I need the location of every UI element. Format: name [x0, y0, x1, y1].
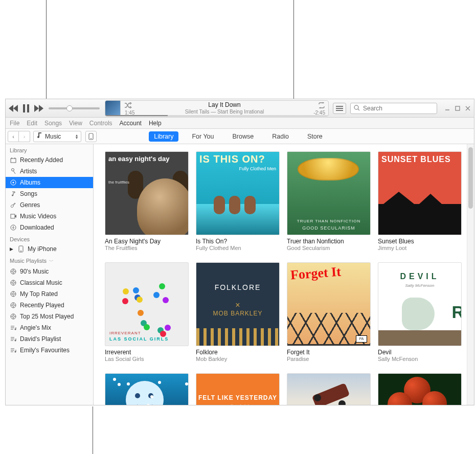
- tab-browse[interactable]: Browse: [228, 131, 259, 142]
- menu-file[interactable]: File: [10, 120, 19, 127]
- sidebar-item-music-videos[interactable]: Music Videos: [6, 211, 93, 222]
- disclosure-triangle-icon[interactable]: ▶: [10, 246, 13, 252]
- album-tile[interactable]: Forget ItPAForget ItParadise: [287, 262, 371, 362]
- search-input[interactable]: [363, 105, 434, 112]
- progress-bar[interactable]: [105, 115, 328, 116]
- sidebar-playlists-header[interactable]: Music Playlists ﹀: [6, 255, 93, 266]
- chevron-updown-icon: ▴▾: [76, 134, 78, 139]
- sidebar-item-label: Artists: [20, 168, 37, 175]
- sidebar-item-label: Music Videos: [20, 213, 56, 220]
- album-tile[interactable]: IRREVERANTLAS SOCIAL GIRLSIrreverentLas …: [105, 262, 189, 362]
- album-tile[interactable]: [287, 373, 371, 405]
- album-tile[interactable]: FELT LIKE YESTERDAYscattered state: [196, 373, 280, 405]
- device-button[interactable]: [85, 131, 97, 142]
- album-tile[interactable]: DEVILSally McFensonRDevilSally McFenson: [378, 262, 462, 362]
- menu-help[interactable]: Help: [149, 120, 162, 127]
- tab-library[interactable]: Library: [149, 131, 178, 142]
- albums-icon: [10, 179, 17, 186]
- menu-view[interactable]: View: [69, 120, 82, 127]
- previous-button[interactable]: [9, 105, 18, 112]
- sidebar-playlist-item[interactable]: Top 25 Most Played: [6, 311, 93, 322]
- albums-grid-scroll[interactable]: an easy night's dayAn Easy Night's DayTh…: [94, 144, 467, 405]
- pause-button[interactable]: [23, 104, 29, 112]
- sidebar-playlist-item[interactable]: Recently Played: [6, 300, 93, 311]
- volume-slider[interactable]: [49, 107, 100, 109]
- tab-radio[interactable]: Radio: [267, 131, 294, 142]
- sidebar-item-albums[interactable]: Albums: [6, 177, 93, 188]
- smart-playlist-icon: [10, 313, 17, 320]
- smart-playlist-icon: [10, 279, 17, 286]
- sidebar-item-genres[interactable]: Genres: [6, 199, 93, 211]
- sidebar-playlist-item[interactable]: 90's Music: [6, 266, 93, 277]
- minimize-icon[interactable]: [444, 105, 450, 111]
- sidebar-item-label: My iPhone: [28, 245, 57, 253]
- sidebar-playlist-item[interactable]: Classical Music: [6, 277, 93, 288]
- svg-point-5: [354, 105, 358, 109]
- sidebar-item-label: Angie's Mix: [20, 324, 51, 331]
- sidebar-item-downloaded[interactable]: Downloaded: [6, 222, 93, 233]
- album-tile[interactable]: TRUER THAN NONFICTIONGOOD SECULARISMTrue…: [287, 151, 371, 251]
- svg-rect-3: [336, 108, 343, 109]
- album-tile[interactable]: [105, 373, 189, 405]
- sidebar-playlist-item[interactable]: Angie's Mix: [6, 322, 93, 333]
- menu-controls[interactable]: Controls: [89, 120, 112, 127]
- album-tile[interactable]: an easy night's dayAn Easy Night's DayTh…: [105, 151, 189, 251]
- sidebar-devices-header: Devices: [6, 233, 93, 243]
- now-playing-title: Lay It Down: [121, 102, 328, 108]
- svg-point-38: [12, 293, 14, 295]
- svg-point-50: [12, 315, 14, 317]
- menu-account[interactable]: Account: [120, 120, 142, 127]
- vertical-scrollbar[interactable]: [467, 144, 474, 405]
- sidebar-item-label: My Top Rated: [20, 290, 58, 298]
- window-controls: [444, 105, 471, 111]
- sidebar-item-label: Recently Played: [20, 302, 64, 309]
- album-artist: Las Social Girls: [105, 356, 189, 362]
- sidebar-item-label: Top 25 Most Played: [20, 313, 74, 320]
- svg-rect-13: [11, 158, 16, 163]
- now-playing-display[interactable]: Lay It Down Silent Tails — Start Being I…: [105, 100, 329, 117]
- nav-forward-button[interactable]: ›: [19, 131, 30, 142]
- close-icon[interactable]: [465, 105, 471, 111]
- album-tile[interactable]: IS THIS ON?Fully Clothed MenIs This On?F…: [196, 151, 280, 251]
- svg-point-44: [12, 304, 14, 306]
- album-artist: Fully Clothed Men: [196, 245, 280, 251]
- search-field[interactable]: [350, 103, 437, 114]
- maximize-icon[interactable]: [455, 105, 461, 111]
- shuffle-icon[interactable]: [125, 102, 132, 110]
- menu-edit[interactable]: Edit: [27, 120, 37, 127]
- album-title: Truer than Nonfiction: [287, 238, 371, 245]
- album-tile[interactable]: [378, 373, 462, 405]
- svg-rect-2: [336, 106, 343, 107]
- now-playing-info: Lay It Down Silent Tails — Start Being I…: [121, 102, 328, 114]
- sidebar-item-artists[interactable]: Artists: [6, 166, 93, 177]
- next-button[interactable]: [34, 105, 43, 112]
- album-artist: Mob Barkley: [196, 356, 280, 362]
- search-icon: [354, 105, 360, 112]
- sidebar-playlist-item[interactable]: My Top Rated: [6, 288, 93, 300]
- svg-point-32: [12, 282, 14, 284]
- sidebar-item-recently-added[interactable]: Recently Added: [6, 154, 93, 166]
- album-tile[interactable]: FOLKLORE×MOB BARKLEYFolkloreMob Barkley: [196, 262, 280, 362]
- video-icon: [10, 213, 17, 220]
- playlist-icon: [10, 335, 17, 343]
- album-tile[interactable]: SUNSET BLUESSunset BluesJimmy Loot: [378, 151, 462, 251]
- tab-for-you[interactable]: For You: [187, 131, 219, 142]
- menu-songs[interactable]: Songs: [44, 120, 62, 127]
- sidebar-playlist-item[interactable]: David's Playlist: [6, 333, 93, 345]
- playlist-icon: [10, 347, 17, 354]
- svg-line-17: [13, 171, 15, 174]
- up-next-button[interactable]: [333, 103, 346, 114]
- nav-back-button[interactable]: ‹: [8, 131, 19, 142]
- repeat-icon[interactable]: [318, 102, 325, 110]
- sidebar-playlist-item[interactable]: Emily's Favourites: [6, 345, 93, 356]
- sidebar-item-songs[interactable]: Songs: [6, 188, 93, 199]
- svg-point-20: [12, 195, 13, 196]
- album-title: An Easy Night's Day: [105, 238, 189, 245]
- sidebar-device-iphone[interactable]: ▶ My iPhone: [6, 243, 93, 255]
- svg-rect-8: [456, 106, 460, 110]
- media-picker[interactable]: Music ▴▾: [33, 131, 81, 142]
- album-artist: Paradise: [287, 356, 371, 362]
- svg-rect-1: [27, 104, 29, 112]
- itunes-window: Lay It Down Silent Tails — Start Being I…: [5, 99, 474, 405]
- tab-store[interactable]: Store: [302, 131, 328, 142]
